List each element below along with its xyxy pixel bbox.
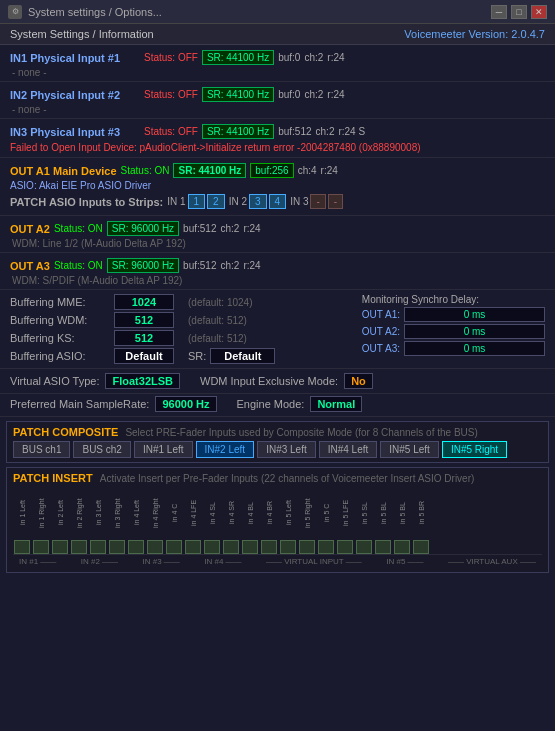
monitor-a2-input[interactable] <box>404 324 545 339</box>
patch-asio-label: PATCH ASIO Inputs to Strips: <box>10 196 163 208</box>
buf-wdm-label: Buffering WDM: <box>10 314 110 326</box>
minimize-button[interactable]: ─ <box>491 5 507 19</box>
bl-virt-aux: —— VIRTUAL AUX —— <box>448 557 536 566</box>
insert-ch-btn-13[interactable] <box>261 540 277 554</box>
insert-ch-label-20: in 5 BL <box>399 488 406 538</box>
insert-ch-btn-5[interactable] <box>109 540 125 554</box>
insert-ch-btn-12[interactable] <box>242 540 258 554</box>
in2-label: IN2 Physical Input #2 <box>10 89 140 101</box>
insert-ch-17: in 5 LFE <box>336 488 354 554</box>
insert-ch-btn-0[interactable] <box>14 540 30 554</box>
insert-ch-btn-17[interactable] <box>337 540 353 554</box>
insert-ch-btn-14[interactable] <box>280 540 296 554</box>
app-icon: ⚙ <box>8 5 22 19</box>
pc-in5-right[interactable]: IN#5 Right <box>442 441 507 458</box>
insert-ch-btn-15[interactable] <box>299 540 315 554</box>
insert-ch-12: in 4 BL <box>241 488 259 554</box>
outa1-row: OUT A1 Main Device Status: ON SR: 44100 … <box>10 161 545 180</box>
insert-ch-14: in 5 Left <box>279 488 297 554</box>
insert-ch-label-5: in 3 Right <box>114 488 121 538</box>
insert-ch-label-1: in 1 Right <box>38 488 45 538</box>
pc-in4-left[interactable]: IN#4 Left <box>319 441 378 458</box>
buf-ks-input[interactable] <box>114 330 174 346</box>
insert-ch-label-11: in 4 SR <box>228 488 235 538</box>
insert-ch-btn-8[interactable] <box>166 540 182 554</box>
insert-ch-btn-3[interactable] <box>71 540 87 554</box>
monitor-a2-label: OUT A2: <box>362 326 400 337</box>
in1-ch: ch:2 <box>304 52 323 63</box>
patch-in1-btn1[interactable]: 1 <box>188 194 206 209</box>
pc-in5-left[interactable]: IN#5 Left <box>380 441 439 458</box>
insert-ch-11: in 4 SR <box>222 488 240 554</box>
pc-in1-left[interactable]: IN#1 Left <box>134 441 193 458</box>
in3-sr: SR: 44100 Hz <box>202 124 274 139</box>
insert-ch-btn-10[interactable] <box>204 540 220 554</box>
maximize-button[interactable]: □ <box>511 5 527 19</box>
patch-in1-btn2[interactable]: 2 <box>207 194 225 209</box>
insert-ch-8: in 4 C <box>165 488 183 554</box>
wdm-exclusive-value[interactable]: No <box>344 373 373 389</box>
insert-ch-btn-1[interactable] <box>33 540 49 554</box>
insert-ch-19: in 5 BL <box>374 488 392 554</box>
close-button[interactable]: ✕ <box>531 5 547 19</box>
in2-status: Status: OFF <box>144 89 198 100</box>
insert-ch-btn-19[interactable] <box>375 540 391 554</box>
outa2-label: OUT A2 <box>10 223 50 235</box>
insert-ch-6: in 4 Left <box>127 488 145 554</box>
pc-in3-left[interactable]: IN#3 Left <box>257 441 316 458</box>
in3-buf: buf:512 <box>278 126 311 137</box>
insert-ch-label-9: in 4 LFE <box>190 488 197 538</box>
in1-sr: SR: 44100 Hz <box>202 50 274 65</box>
insert-ch-label-17: in 5 LFE <box>342 488 349 538</box>
insert-ch-16: in 5 C <box>317 488 335 554</box>
insert-ch-btn-11[interactable] <box>223 540 239 554</box>
outa3-label: OUT A3 <box>10 260 50 272</box>
in1-buf: buf:0 <box>278 52 300 63</box>
insert-ch-btn-4[interactable] <box>90 540 106 554</box>
patch-in2-btn3[interactable]: 3 <box>249 194 267 209</box>
insert-ch-btn-9[interactable] <box>185 540 201 554</box>
monitor-a1-input[interactable] <box>404 307 545 322</box>
insert-ch-btn-6[interactable] <box>128 540 144 554</box>
insert-ch-btn-16[interactable] <box>318 540 334 554</box>
wdm-exclusive-label: WDM Input Exclusive Mode: <box>200 375 338 387</box>
insert-ch-btn-2[interactable] <box>52 540 68 554</box>
insert-ch-18: in 5 SL <box>355 488 373 554</box>
insert-ch-3: in 2 Right <box>70 488 88 554</box>
in2-sr: SR: 44100 Hz <box>202 87 274 102</box>
patch-in2-btn4[interactable]: 4 <box>269 194 287 209</box>
insert-ch-5: in 3 Right <box>108 488 126 554</box>
outa3-status: Status: ON <box>54 260 103 271</box>
outa3-buf: buf:512 <box>183 260 216 271</box>
in3-error: Failed to Open Input Device: pAudioClien… <box>10 141 545 154</box>
insert-ch-btn-21[interactable] <box>413 540 429 554</box>
patch-in3-dash1[interactable]: - <box>310 194 325 209</box>
sample-rate-value[interactable]: 96000 Hz <box>155 396 216 412</box>
insert-ch-btn-7[interactable] <box>147 540 163 554</box>
buf-sr-label: SR: <box>188 350 206 362</box>
buf-mme-input[interactable] <box>114 294 174 310</box>
pc-bus-ch2[interactable]: BUS ch2 <box>73 441 130 458</box>
patch-in2-text: IN 2 <box>229 196 247 207</box>
pc-in2-left[interactable]: IN#2 Left <box>196 441 255 458</box>
outa2-r: r:24 <box>243 223 260 234</box>
insert-ch-7: in 4 Right <box>146 488 164 554</box>
buf-wdm-input[interactable] <box>114 312 174 328</box>
insert-ch-btn-20[interactable] <box>394 540 410 554</box>
engine-mode-value[interactable]: Normal <box>310 396 362 412</box>
pc-bus-ch1[interactable]: BUS ch1 <box>13 441 70 458</box>
insert-ch-btn-18[interactable] <box>356 540 372 554</box>
buf-asio-input[interactable] <box>114 348 174 364</box>
patch-in3-dash2[interactable]: - <box>328 194 343 209</box>
virtual-asio-value[interactable]: Float32LSB <box>105 373 180 389</box>
buf-wdm-default: (default: 512) <box>188 315 328 326</box>
monitor-a3-input[interactable] <box>404 341 545 356</box>
insert-ch-0: in 1 Left <box>13 488 31 554</box>
patch-group-in3: IN 3 - - <box>290 194 343 209</box>
outa3-r: r:24 <box>243 260 260 271</box>
wdm-exclusive-row: WDM Input Exclusive Mode: No <box>200 373 373 389</box>
outa2-ch: ch:2 <box>220 223 239 234</box>
virtual-asio-label: Virtual ASIO Type: <box>10 375 99 387</box>
buf-sr-input[interactable] <box>210 348 275 364</box>
outa1-section: OUT A1 Main Device Status: ON SR: 44100 … <box>0 158 555 216</box>
